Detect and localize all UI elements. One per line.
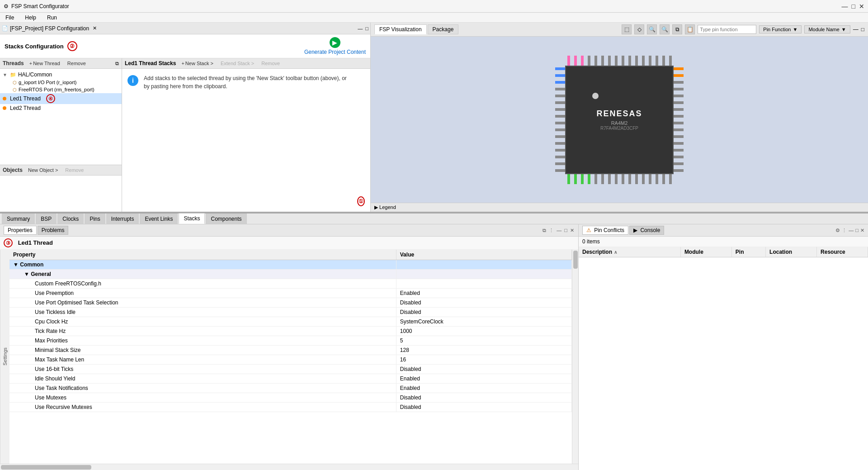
tab-properties[interactable]: Properties xyxy=(4,226,37,235)
pin-function-search[interactable] xyxy=(698,25,756,34)
tab-interrupts[interactable]: Interrupts xyxy=(106,214,139,224)
viz-toolbar: ⬚ ◇ 🔍 🔍 ⧉ 📋 Pin Function ▼ Module Name ▼ xyxy=(622,24,864,34)
prop-row-recursive-mutexes[interactable]: Use Recursive Mutexes Disabled xyxy=(9,403,572,412)
prop-label-task-name-len: Max Task Name Len xyxy=(9,355,396,365)
tab-pin-conflicts[interactable]: ⚠ Pin Conflicts xyxy=(582,226,628,235)
maximize-button[interactable]: □ xyxy=(852,3,855,10)
prop-row-tickless-idle[interactable]: Use Tickless Idle Disabled xyxy=(9,308,572,317)
props-hscroll-thumb[interactable] xyxy=(1,465,91,470)
conflicts-panel: ⚠ Pin Conflicts ▶ Console ⚙ ⋮ — □ ✕ xyxy=(579,224,868,470)
viz-tool-paste[interactable]: 📋 xyxy=(685,24,695,34)
viz-tool-search[interactable]: 🔍 xyxy=(647,24,657,34)
prop-row-min-stack[interactable]: Minimal Stack Size 128 xyxy=(9,346,572,355)
tab-summary[interactable]: Summary xyxy=(2,214,35,224)
tab-package[interactable]: Package xyxy=(428,24,459,34)
tree-item-freertos-port[interactable]: ⬡ FreeRTOS Port (rm_freertos_port) xyxy=(0,86,122,93)
prop-row-cpu-clock[interactable]: Cpu Clock Hz SystemCoreClock xyxy=(9,317,572,327)
props-close-icon[interactable]: ✕ xyxy=(570,227,575,234)
col-module[interactable]: Module xyxy=(681,247,732,257)
tree-item-led1-thread[interactable]: Led1 Thread ④ xyxy=(0,93,122,104)
panel-minimize-icon[interactable]: — xyxy=(358,26,363,31)
prop-row-tick-rate[interactable]: Tick Rate Hz 1000 xyxy=(9,327,572,336)
col-resource[interactable]: Resource xyxy=(817,247,868,257)
props-options-icon[interactable]: ⋮ xyxy=(548,227,554,234)
menu-help[interactable]: Help xyxy=(23,14,38,22)
generate-project-content-button[interactable]: ▶ Generate Project Content xyxy=(304,37,366,55)
viz-tool-zoom-in[interactable]: 🔍 xyxy=(660,24,670,34)
conflicts-close-icon[interactable]: ✕ xyxy=(860,228,864,233)
viz-minimize-icon[interactable]: — xyxy=(853,26,859,33)
prop-row-general[interactable]: ▼ General xyxy=(9,270,572,279)
title-bar: ⚙ FSP Smart Configurator — □ ✕ xyxy=(0,0,868,13)
right-panel: FSP Visualization Package ⬚ ◇ 🔍 🔍 ⧉ 📋 Pi… xyxy=(371,23,868,212)
new-stack-button[interactable]: + New Stack > xyxy=(179,60,215,67)
pin-function-dropdown[interactable]: Pin Function ▼ xyxy=(759,25,802,33)
extend-stack-button[interactable]: Extend Stack > xyxy=(219,60,256,67)
module-name-dropdown[interactable]: Module Name ▼ xyxy=(804,25,850,33)
viz-tool-cursor[interactable]: ⬚ xyxy=(622,24,632,34)
viz-tool-select[interactable]: ◇ xyxy=(634,24,644,34)
col-description[interactable]: Description ∧ xyxy=(579,247,681,257)
pin-top-2 xyxy=(574,56,577,66)
conflicts-maximize-icon[interactable]: □ xyxy=(855,228,859,233)
close-button[interactable]: ✕ xyxy=(859,3,864,10)
tree-item-ioport[interactable]: ⬡ g_ioport I/O Port (r_ioport) xyxy=(0,79,122,86)
props-scrollbar[interactable] xyxy=(572,250,578,464)
fsp-config-tab[interactable]: [FSP_Project] FSP Configuration xyxy=(10,25,89,32)
prop-row-16bit-ticks[interactable]: Use 16-bit Ticks Disabled xyxy=(9,365,572,374)
prop-row-task-name-len[interactable]: Max Task Name Len 16 xyxy=(9,355,572,365)
props-minimize-icon[interactable]: — xyxy=(556,227,562,234)
tab-console[interactable]: ▶ Console xyxy=(629,226,664,235)
viz-maximize-icon[interactable]: □ xyxy=(861,26,864,33)
props-maximize-icon[interactable]: □ xyxy=(564,227,568,234)
col-pin[interactable]: Pin xyxy=(732,247,766,257)
conflicts-options-icon[interactable]: ⋮ xyxy=(842,228,847,233)
new-object-button[interactable]: New Object > xyxy=(26,166,60,174)
viz-tool-copy[interactable]: ⧉ xyxy=(672,24,682,34)
pin-left-16 xyxy=(555,169,565,172)
fsp-config-tab-close[interactable]: ✕ xyxy=(93,25,97,31)
remove-stack-button[interactable]: Remove xyxy=(259,60,282,67)
menu-file[interactable]: File xyxy=(4,14,16,22)
pin-bot-4 xyxy=(588,174,590,184)
tree-item-hal-common[interactable]: ▼ 📁 HAL/Common xyxy=(0,71,122,79)
conflicts-minimize-icon[interactable]: — xyxy=(849,228,854,233)
tree-item-led2-thread[interactable]: Led2 Thread xyxy=(0,104,122,112)
tab-clocks[interactable]: Clocks xyxy=(57,214,84,224)
prop-row-max-priorities[interactable]: Max Priorities 5 xyxy=(9,336,572,346)
pin-top-15 xyxy=(662,56,665,66)
pin-right-14 xyxy=(674,156,684,158)
threads-panel-ctrl[interactable]: ⧉ xyxy=(115,61,119,66)
tab-pins[interactable]: Pins xyxy=(85,214,105,224)
prop-row-custom-freertos[interactable]: Custom FreeRTOSConfig.h xyxy=(9,279,572,289)
menu-run[interactable]: Run xyxy=(45,14,59,22)
prop-row-idle-yield[interactable]: Idle Should Yield Enabled xyxy=(9,374,572,384)
pin-right-2 xyxy=(674,74,684,77)
conflicts-filter-icon[interactable]: ⚙ xyxy=(835,228,840,233)
expand-icon: ▼ xyxy=(3,72,7,77)
pin-right-7 xyxy=(674,108,684,111)
new-thread-button[interactable]: + New Thread xyxy=(28,60,62,67)
tab-components[interactable]: Components xyxy=(206,214,246,224)
pin-right-13 xyxy=(674,149,684,152)
prop-row-port-optimised[interactable]: Use Port Optimised Task Selection Disabl… xyxy=(9,298,572,308)
props-hscroll[interactable] xyxy=(0,464,578,470)
tab-event-links[interactable]: Event Links xyxy=(140,214,178,224)
prop-row-common[interactable]: ▼ Common xyxy=(9,260,572,270)
tab-fsp-visualization[interactable]: FSP Visualization xyxy=(374,24,427,34)
col-location[interactable]: Location xyxy=(766,247,817,257)
panel-maximize-icon[interactable]: □ xyxy=(365,26,368,31)
prop-row-use-preemption[interactable]: Use Preemption Enabled xyxy=(9,289,572,298)
prop-row-mutexes[interactable]: Use Mutexes Disabled xyxy=(9,393,572,403)
prop-value-preemption: Enabled xyxy=(396,289,571,298)
legend-bar[interactable]: ▶ Legend xyxy=(371,203,868,212)
prop-row-task-notifications[interactable]: Use Task Notifications Enabled xyxy=(9,384,572,393)
remove-object-button[interactable]: Remove xyxy=(63,166,85,174)
tab-problems[interactable]: Problems xyxy=(38,226,69,235)
props-expand-icon[interactable]: ⧉ xyxy=(542,227,547,234)
tab-bsp[interactable]: BSP xyxy=(36,214,57,224)
remove-thread-button[interactable]: Remove xyxy=(66,60,88,67)
minimize-button[interactable]: — xyxy=(842,3,848,10)
tab-stacks[interactable]: Stacks xyxy=(179,213,205,224)
props-scrollbar-thumb[interactable] xyxy=(573,251,578,269)
